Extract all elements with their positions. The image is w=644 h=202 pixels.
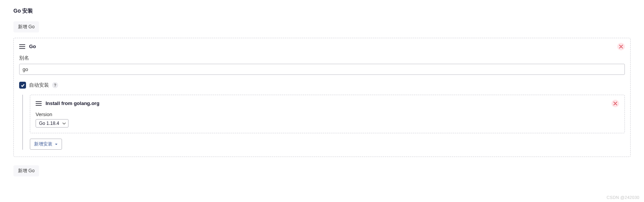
close-icon — [613, 102, 617, 105]
add-installer-label: 新增安装 — [34, 141, 52, 147]
installation-title: Go — [29, 44, 36, 49]
caret-down-icon — [55, 143, 58, 146]
remove-installation-button[interactable] — [617, 43, 625, 50]
chevron-down-icon — [62, 122, 66, 125]
version-selected-text: Go 1.18.4 — [39, 121, 59, 126]
installers-section: Install from golang.org Version Go 1.18.… — [22, 95, 625, 150]
auto-install-row: 自动安装 ? — [19, 82, 625, 89]
add-installer-button[interactable]: 新增安装 — [30, 139, 62, 150]
section-title: Go 安装 — [13, 8, 631, 15]
auto-install-checkbox[interactable] — [19, 82, 26, 89]
close-icon — [619, 45, 623, 48]
remove-installer-button[interactable] — [611, 100, 619, 107]
help-icon[interactable]: ? — [52, 82, 58, 88]
drag-handle-icon[interactable] — [36, 101, 42, 106]
version-select[interactable]: Go 1.18.4 — [36, 119, 68, 128]
installer-title: Install from golang.org — [46, 100, 99, 106]
check-icon — [21, 83, 25, 87]
add-go-button-bottom[interactable]: 新增 Go — [13, 165, 39, 176]
alias-label: 别名 — [19, 55, 625, 61]
go-installation-panel: Go 别名 自动安装 ? Install from golang.org Ver… — [13, 38, 631, 157]
installer-panel: Install from golang.org Version Go 1.18.… — [30, 95, 625, 133]
add-go-button-top[interactable]: 新增 Go — [13, 21, 39, 32]
installation-header: Go — [19, 44, 625, 49]
installer-header: Install from golang.org — [36, 100, 619, 106]
drag-handle-icon[interactable] — [19, 44, 25, 49]
alias-input[interactable] — [19, 64, 625, 75]
version-label: Version — [36, 112, 619, 117]
auto-install-label: 自动安装 — [29, 82, 49, 89]
